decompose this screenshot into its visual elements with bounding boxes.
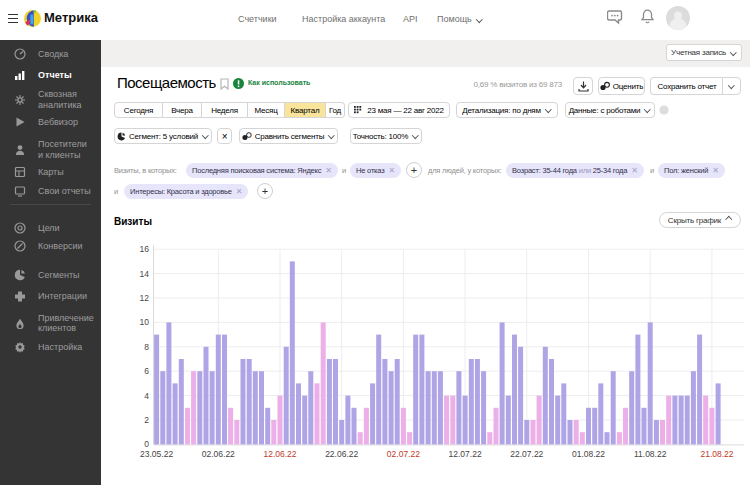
- svg-text:23.05.22: 23.05.22: [140, 449, 173, 459]
- svg-text:16: 16: [140, 244, 150, 254]
- svg-text:21.08.22: 21.08.22: [700, 449, 733, 459]
- svg-text:01.08.22: 01.08.22: [572, 449, 605, 459]
- svg-text:12: 12: [140, 293, 150, 303]
- svg-text:2: 2: [144, 415, 149, 425]
- svg-text:8: 8: [144, 342, 149, 352]
- svg-text:22.06.22: 22.06.22: [325, 449, 358, 459]
- svg-text:6: 6: [144, 366, 149, 376]
- svg-text:10: 10: [140, 317, 150, 327]
- svg-text:02.07.22: 02.07.22: [387, 449, 420, 459]
- svg-text:02.06.22: 02.06.22: [202, 449, 235, 459]
- svg-text:4: 4: [144, 391, 149, 401]
- svg-text:12.07.22: 12.07.22: [449, 449, 482, 459]
- svg-text:11.08.22: 11.08.22: [634, 449, 667, 459]
- svg-text:14: 14: [140, 269, 150, 279]
- svg-text:22.07.22: 22.07.22: [510, 449, 543, 459]
- svg-text:12.06.22: 12.06.22: [263, 449, 296, 459]
- svg-text:0: 0: [144, 439, 149, 449]
